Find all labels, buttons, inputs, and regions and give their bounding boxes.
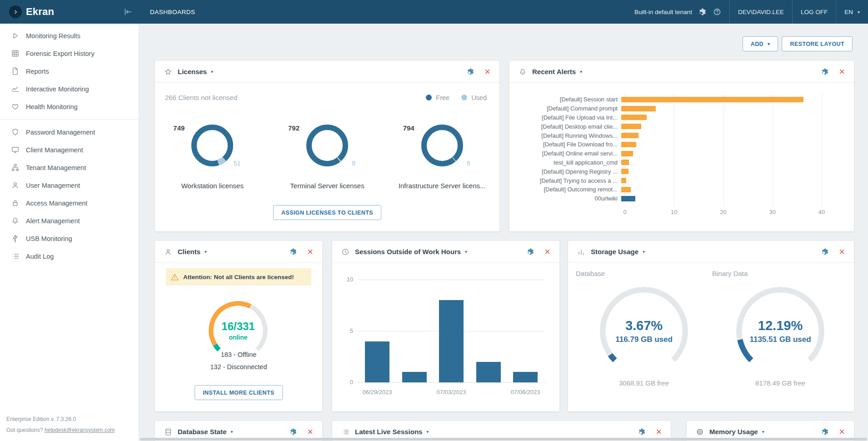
horizontal-scrollbar[interactable] (140, 438, 867, 441)
alert-bar (621, 97, 803, 102)
widget-close-icon[interactable]: × (544, 247, 550, 256)
widget-settings-icon[interactable] (467, 68, 474, 75)
logoff-cell[interactable]: LOG OFF (793, 0, 836, 24)
log-off-button[interactable]: LOG OFF (801, 9, 828, 15)
widget-settings-icon[interactable] (821, 428, 829, 436)
chevron-down-icon[interactable]: ▾ (205, 249, 207, 254)
install-clients-button[interactable]: INSTALL MORE CLIENTS (195, 385, 283, 400)
alert-rule-label: test_kill application_cmd (520, 159, 621, 166)
widget-header: Clients ▾ × (155, 241, 322, 263)
widget-close-icon[interactable]: × (307, 427, 313, 436)
storage-icon (577, 248, 585, 256)
sidebar-item-audit-log[interactable]: Audit Log (0, 247, 139, 265)
recent-alerts-body: [Default] Session start[Default] Command… (509, 83, 854, 231)
sidebar-item-alert-management[interactable]: Alert Management (0, 212, 139, 230)
sidebar-chart-icon (11, 85, 20, 93)
sidebar-list-icon (11, 252, 20, 261)
widget-settings-icon[interactable] (289, 428, 297, 436)
sidebar-collapse-button[interactable] (123, 7, 133, 17)
alert-row: [Default] Opening Registry ... (520, 167, 841, 176)
x-tick-label: 07/06/2023 (510, 389, 540, 396)
language-cell[interactable]: EN ▾ (836, 0, 868, 24)
sidebar-item-label: Forensic Export History (26, 50, 95, 57)
sidebar-item-usb-monitoring[interactable]: USB Monitoring (0, 230, 139, 247)
widget-close-icon[interactable]: × (656, 427, 662, 436)
sidebar-item-forensic-export-history[interactable]: Forensic Export History (0, 45, 139, 62)
sidebar-item-access-management[interactable]: Access Management (0, 194, 139, 212)
chevron-down-icon[interactable]: ▾ (643, 249, 645, 254)
alert-rule-label: 00urlwiki (520, 195, 621, 202)
widget-close-icon[interactable]: × (839, 67, 845, 76)
license-item: 7946Infrastructure Server licens... (384, 125, 499, 190)
widget-close-icon[interactable]: × (839, 427, 845, 436)
sidebar-item-label: User Management (26, 182, 80, 189)
help-icon[interactable] (713, 8, 721, 16)
widget-title: Database State (178, 428, 227, 436)
chevron-down-icon: ▾ (858, 10, 860, 15)
widget-settings-icon[interactable] (821, 68, 829, 75)
alert-rule-label: [Default] Trying to access a ... (520, 177, 621, 184)
sidebar-item-label: Interactive Monitoring (26, 85, 89, 93)
alert-bar-track (621, 133, 819, 138)
legend-used-dot (461, 95, 467, 100)
used-count: 8 (352, 160, 355, 167)
sidebar-play-icon (11, 31, 20, 40)
alert-bar-track (621, 151, 819, 156)
alert-rule-label: [Default] File Upload via Int... (520, 114, 621, 121)
alert-bar (621, 151, 633, 156)
widget-close-icon[interactable]: × (839, 247, 845, 256)
got-questions-label: Got questions? (6, 427, 43, 433)
add-widget-button[interactable]: ADD▾ (743, 36, 778, 51)
assign-licenses-button[interactable]: ASSIGN LICENSES TO CLIENTS (273, 205, 381, 220)
user-cell[interactable]: DEV\DAVID.LEE (730, 0, 792, 24)
sidebar-item-interactive-monitoring[interactable]: Interactive Monitoring (0, 80, 139, 98)
alert-bar (621, 106, 656, 111)
widget-settings-icon[interactable] (821, 248, 829, 256)
storage-gauge: 12.19%1135.51 GB used (736, 287, 824, 375)
legend-free-dot (426, 95, 432, 100)
chevron-down-icon[interactable]: ▾ (762, 429, 764, 434)
widget-settings-icon[interactable] (289, 248, 297, 256)
session-bar (476, 362, 501, 382)
ekran-logo-icon (9, 5, 22, 18)
sidebar-item-reports[interactable]: Reports (0, 62, 139, 80)
chevron-down-icon[interactable]: ▾ (465, 249, 467, 254)
chevron-down-icon: ▾ (768, 41, 770, 46)
alert-bar-track (621, 178, 819, 183)
language-selector[interactable]: EN (844, 9, 853, 15)
sidebar-item-monitoring-results[interactable]: Monitoring Results (0, 27, 139, 45)
sidebar-lock-icon (11, 199, 20, 207)
dashboard-toolbar: ADD▾ RESTORE LAYOUT (743, 36, 853, 51)
alert-bar-track (621, 187, 819, 192)
chevron-down-icon[interactable]: ▾ (231, 429, 233, 434)
chevron-down-icon[interactable]: ▾ (426, 429, 429, 434)
chevron-down-icon[interactable]: ▾ (211, 69, 213, 74)
restore-layout-button[interactable]: RESTORE LAYOUT (782, 36, 853, 51)
widget-close-icon[interactable]: × (307, 247, 313, 256)
alert-bar-track (621, 196, 819, 201)
license-type-label: Terminal Server licenses (290, 182, 364, 190)
widget-recent-alerts: Recent Alerts ▾ × [Default] Session star… (509, 61, 854, 231)
widget-header: Sessions Outside of Work Hours ▾ × (332, 241, 559, 263)
sidebar-item-user-management[interactable]: User Management (0, 176, 139, 194)
storage-gauge: 3.67%116.79 GB used (600, 287, 688, 375)
sidebar-item-label: Tenant Management (26, 164, 86, 171)
sidebar-item-tenant-management[interactable]: Tenant Management (0, 159, 139, 176)
storage-gauges: Database3.67%116.79 GB used3068.91 GB fr… (568, 263, 854, 387)
licenses-body: 266 Clients not licensed Free Used 74951… (155, 83, 499, 231)
nav-dashboards[interactable]: DASHBOARDS (150, 9, 195, 15)
widget-settings-icon[interactable] (527, 248, 534, 256)
tenant-settings-icon[interactable] (698, 8, 707, 16)
widget-close-icon[interactable]: × (484, 67, 490, 76)
widget-settings-icon[interactable] (638, 428, 646, 436)
warning-icon (170, 273, 179, 281)
sidebar-item-password-management[interactable]: Password Management (0, 123, 139, 141)
helpdesk-link[interactable]: helpdesk@ekransystem.com (45, 427, 115, 433)
sidebar-item-client-management[interactable]: Client Management (0, 141, 139, 159)
current-user-label: DEV\DAVID.LEE (738, 9, 784, 15)
alert-bar (621, 196, 635, 201)
chevron-down-icon[interactable]: ▾ (580, 69, 582, 74)
warning-text: Attention: Not all Clients are licensed! (183, 274, 294, 281)
license-donut-chart: 74951 (191, 125, 233, 166)
sidebar-item-health-monitoring[interactable]: Health Monitoring (0, 98, 139, 115)
